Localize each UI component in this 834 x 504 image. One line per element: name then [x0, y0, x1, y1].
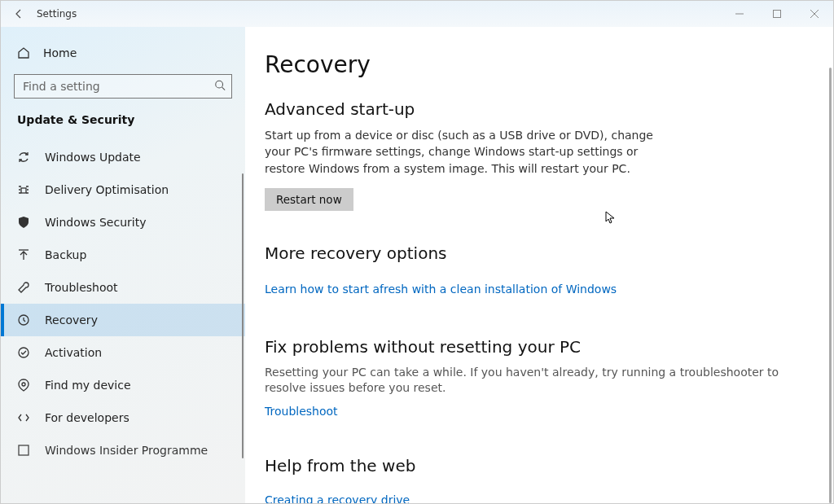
find-icon: [17, 379, 30, 392]
insider-icon: [17, 444, 30, 457]
back-button[interactable]: [1, 1, 37, 27]
backup-icon: [17, 248, 30, 261]
page-title: Recovery: [265, 51, 817, 78]
svg-point-4: [19, 348, 29, 357]
content-scrollbar[interactable]: [829, 68, 832, 503]
sidebar-item-label: Activation: [45, 346, 102, 359]
svg-point-5: [22, 383, 25, 386]
nav-list: Windows Update Delivery Optimisation Win…: [1, 141, 245, 467]
delivery-icon: [17, 183, 30, 196]
activation-icon: [17, 346, 30, 359]
recovery-icon: [17, 313, 30, 327]
advanced-startup-desc: Start up from a device or disc (such as …: [265, 127, 656, 177]
sidebar-item-label: For developers: [45, 411, 129, 424]
sidebar-item-windows-security[interactable]: Windows Security: [1, 206, 245, 239]
sidebar-item-label: Windows Security: [45, 216, 146, 229]
sidebar-item-label: Windows Insider Programme: [45, 444, 208, 457]
sidebar-section-title: Update & Security: [1, 113, 245, 136]
minimize-button[interactable]: [721, 1, 758, 27]
window-title: Settings: [37, 8, 721, 20]
sidebar-item-label: Delivery Optimisation: [45, 183, 169, 196]
developers-icon: [17, 411, 30, 424]
home-icon: [17, 46, 30, 59]
sidebar-item-label: Troubleshoot: [45, 281, 118, 294]
troubleshoot-icon: [17, 281, 30, 294]
sidebar-item-windows-insider[interactable]: Windows Insider Programme: [1, 434, 245, 467]
fix-problems-heading: Fix problems without resetting your PC: [265, 337, 817, 357]
maximize-button[interactable]: [758, 1, 796, 27]
sidebar-item-find-my-device[interactable]: Find my device: [1, 369, 245, 401]
more-recovery-heading: More recovery options: [265, 243, 817, 263]
search-wrapper: [14, 74, 232, 99]
svg-rect-0: [774, 11, 781, 18]
sidebar-item-activation[interactable]: Activation: [1, 336, 245, 369]
search-icon: [214, 79, 226, 94]
sidebar-item-backup[interactable]: Backup: [1, 239, 245, 271]
sidebar-item-label: Find my device: [45, 379, 131, 392]
recovery-drive-link[interactable]: Creating a recovery drive: [265, 493, 410, 503]
minimize-icon: [735, 10, 744, 18]
sync-icon: [17, 151, 30, 164]
sidebar-item-recovery[interactable]: Recovery: [1, 304, 245, 336]
arrow-left-icon: [12, 7, 25, 20]
troubleshoot-link[interactable]: Troubleshoot: [265, 405, 338, 418]
sidebar-item-troubleshoot[interactable]: Troubleshoot: [1, 271, 245, 304]
help-from-web-heading: Help from the web: [265, 456, 817, 476]
settings-window: Settings Home Update & Se: [0, 0, 834, 504]
sidebar-item-label: Recovery: [45, 313, 98, 327]
svg-point-1: [216, 81, 223, 88]
home-label: Home: [43, 46, 77, 59]
sidebar-scrollbar[interactable]: [242, 173, 244, 458]
sidebar: Home Update & Security Windows Update De…: [1, 27, 245, 503]
maximize-icon: [773, 10, 781, 18]
svg-rect-2: [21, 188, 26, 193]
sidebar-item-label: Backup: [45, 248, 86, 261]
close-button[interactable]: [796, 1, 833, 27]
sidebar-item-windows-update[interactable]: Windows Update: [1, 141, 245, 173]
titlebar: Settings: [1, 1, 833, 27]
fix-problems-desc: Resetting your PC can take a while. If y…: [265, 365, 817, 397]
shield-icon: [17, 216, 30, 229]
svg-rect-6: [19, 445, 29, 455]
sidebar-item-for-developers[interactable]: For developers: [1, 401, 245, 434]
advanced-startup-heading: Advanced start-up: [265, 99, 817, 119]
sidebar-item-label: Windows Update: [45, 151, 141, 164]
clean-install-link[interactable]: Learn how to start afresh with a clean i…: [265, 283, 617, 296]
content-area: Recovery Advanced start-up Start up from…: [245, 27, 833, 503]
home-link[interactable]: Home: [1, 40, 245, 74]
sidebar-item-delivery-optimisation[interactable]: Delivery Optimisation: [1, 173, 245, 206]
restart-now-button[interactable]: Restart now: [265, 188, 353, 211]
search-input[interactable]: [14, 74, 232, 99]
close-icon: [810, 10, 819, 18]
